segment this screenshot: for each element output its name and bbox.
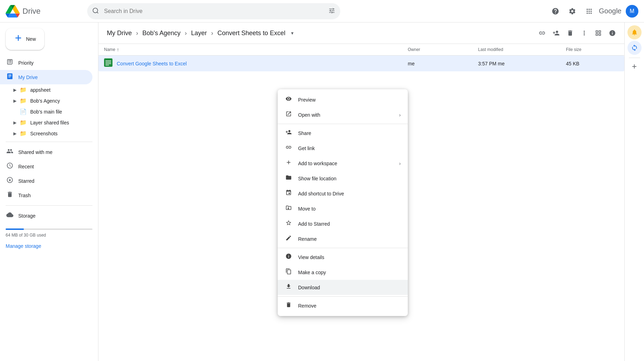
- sort-arrow: ↑: [117, 47, 119, 52]
- sidebar-item-trash[interactable]: Trash: [0, 188, 92, 202]
- sidebar-item-storage[interactable]: Storage: [0, 208, 92, 223]
- menu-label-makecopy: Make a copy: [298, 270, 401, 275]
- breadcrumb-sep-3: ›: [211, 30, 213, 37]
- sidebar-tree-screenshots[interactable]: ▶ 📁 Screenshots: [0, 128, 92, 139]
- topbar: Drive Google M: [0, 0, 644, 22]
- addshortcut-icon: [285, 189, 292, 198]
- menu-item-moveto[interactable]: Move to: [278, 201, 408, 216]
- menu-label-share: Share: [298, 130, 401, 136]
- avatar[interactable]: M: [626, 5, 638, 18]
- new-button[interactable]: New: [6, 28, 44, 50]
- breadcrumb-bobsagency[interactable]: Bob's Agency: [140, 28, 183, 38]
- settings-button[interactable]: [565, 4, 579, 18]
- sidebar-label-sharedwithme: Shared with me: [18, 149, 52, 155]
- sidebar-tree-bobsmainfile[interactable]: ▶ 📄 Bob's main file: [0, 106, 92, 117]
- menu-item-addshortcut[interactable]: Add shortcut to Drive: [278, 186, 408, 201]
- content-area: My Drive › Bob's Agency › Layer › Conver…: [98, 22, 624, 361]
- right-panel: +: [624, 22, 644, 361]
- sidebar-label-storage: Storage: [18, 213, 36, 219]
- expand-icon: ▶: [11, 131, 18, 136]
- file-name-text-0[interactable]: Convert Google Sheets to Excel: [117, 61, 187, 66]
- breadcrumb-current[interactable]: Convert Sheets to Excel: [215, 28, 288, 38]
- remove-icon: [285, 302, 292, 310]
- sidebar-tree-bobsagency[interactable]: ▶ 📁 Bob's Agency: [0, 95, 92, 106]
- apps-button[interactable]: [582, 4, 596, 18]
- search-bar[interactable]: [87, 3, 340, 19]
- breadcrumb-bar: My Drive › Bob's Agency › Layer › Conver…: [98, 22, 624, 44]
- col-size[interactable]: File size: [566, 47, 619, 52]
- menu-item-makecopy[interactable]: Make a copy: [278, 265, 408, 280]
- get-link-button[interactable]: [536, 27, 548, 39]
- submenu-arrow: ›: [399, 112, 401, 118]
- sidebar-item-starred[interactable]: Starred: [0, 174, 92, 188]
- menu-item-viewdetails[interactable]: View details: [278, 250, 408, 265]
- menu-item-getlink[interactable]: Get link: [278, 141, 408, 156]
- drive-logo-icon: [6, 4, 20, 18]
- folder-icon: 📁: [20, 97, 27, 104]
- breadcrumb-mydrive[interactable]: My Drive: [104, 28, 135, 38]
- menu-item-share[interactable]: Share: [278, 125, 408, 141]
- menu-item-preview[interactable]: Preview: [278, 92, 408, 107]
- manage-storage-link[interactable]: Manage storage: [6, 243, 41, 249]
- menu-item-addstarred[interactable]: Add to Starred: [278, 216, 408, 231]
- rp-add-button[interactable]: +: [629, 61, 640, 72]
- moveto-icon: [285, 205, 292, 213]
- rp-sync-button[interactable]: [627, 41, 642, 55]
- menu-item-rename[interactable]: Rename: [278, 231, 408, 246]
- menu-label-getlink: Get link: [298, 146, 401, 151]
- sidebar-label-priority: Priority: [18, 60, 34, 66]
- share-button[interactable]: [550, 27, 562, 39]
- tree-label-screenshots: Screenshots: [30, 131, 58, 136]
- sidebar-tree-layershared[interactable]: ▶ 📁 Layer shared files: [0, 117, 92, 128]
- menu-item-download[interactable]: Download: [278, 280, 408, 295]
- menu-item-addworkspace[interactable]: Add to workspace ›: [278, 156, 408, 171]
- breadcrumb-layer[interactable]: Layer: [188, 28, 210, 38]
- sharedwithme-icon: [6, 148, 14, 156]
- sidebar-divider-1: [6, 142, 92, 142]
- menu-label-remove: Remove: [298, 303, 401, 309]
- col-modified[interactable]: Last modified: [478, 47, 566, 52]
- storage-bar: [6, 228, 92, 230]
- grid-view-button[interactable]: [592, 27, 605, 39]
- menu-item-showlocation[interactable]: Show file location: [278, 171, 408, 186]
- file-row-0[interactable]: Convert Google Sheets to Excel me 3:57 P…: [98, 56, 624, 71]
- share-icon: [285, 129, 292, 137]
- sidebar-label-trash: Trash: [18, 193, 31, 198]
- menu-label-addstarred: Add to Starred: [298, 221, 401, 227]
- expand-icon: ▶: [11, 98, 18, 103]
- menu-label-moveto: Move to: [298, 206, 401, 212]
- menu-item-openwith[interactable]: Open with ›: [278, 107, 408, 122]
- sidebar-item-mydrive[interactable]: My Drive: [0, 70, 92, 84]
- folder-icon: 📁: [20, 130, 27, 137]
- menu-label-showlocation: Show file location: [298, 176, 401, 181]
- info-button[interactable]: [606, 27, 619, 39]
- tree-label-bobsagency: Bob's Agency: [30, 98, 60, 104]
- tree-label-appsheet: appsheet: [30, 87, 51, 93]
- more-options-button[interactable]: [578, 27, 591, 39]
- sidebar-item-sharedwithme[interactable]: Shared with me: [0, 145, 92, 159]
- menu-item-remove[interactable]: Remove: [278, 298, 408, 313]
- folder-icon: 📁: [20, 86, 27, 93]
- filter-icon[interactable]: [328, 7, 335, 15]
- delete-button[interactable]: [564, 27, 577, 39]
- topbar-actions: Google M: [548, 4, 639, 18]
- col-name[interactable]: Name ↑: [104, 47, 408, 52]
- sidebar-label-mydrive: My Drive: [18, 75, 38, 80]
- search-input[interactable]: [87, 3, 340, 19]
- sidebar-item-priority[interactable]: Priority: [0, 56, 92, 70]
- starred-icon: [6, 176, 14, 185]
- openwith-icon: [285, 111, 292, 119]
- app-title: Drive: [22, 7, 40, 16]
- rp-notifications-button[interactable]: [627, 25, 642, 39]
- mydrive-icon: [6, 73, 14, 82]
- menu-label-download: Download: [298, 285, 401, 290]
- help-button[interactable]: [548, 4, 562, 18]
- breadcrumb-dropdown-arrow[interactable]: ▾: [291, 30, 294, 36]
- col-owner[interactable]: Owner: [408, 47, 478, 52]
- addworkspace-icon: [285, 159, 292, 167]
- sidebar-tree-appsheet[interactable]: ▶ 📁 appsheet: [0, 84, 92, 95]
- sidebar-item-recent[interactable]: Recent: [0, 159, 92, 174]
- priority-icon: [6, 58, 14, 67]
- new-plus-icon: [14, 34, 22, 44]
- file-name-cell: Convert Google Sheets to Excel: [104, 58, 408, 69]
